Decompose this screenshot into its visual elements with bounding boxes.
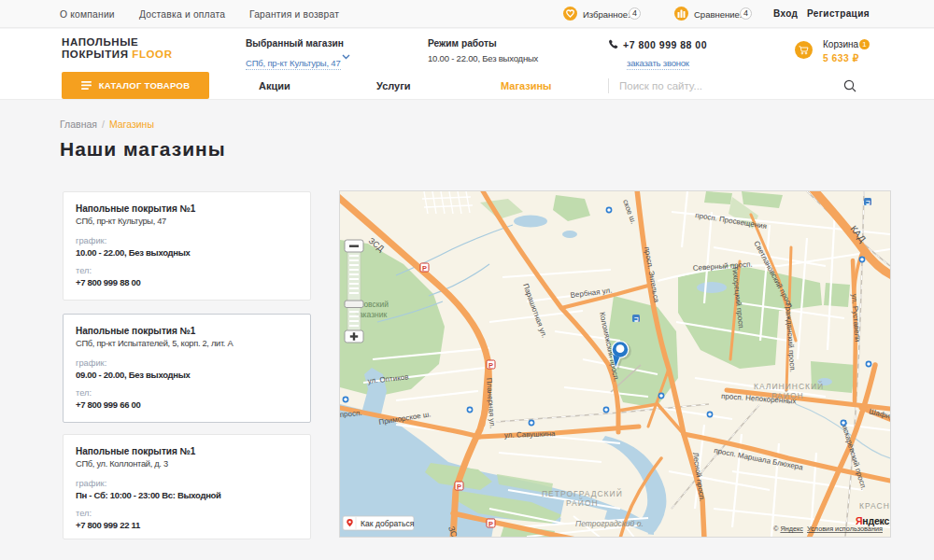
- svg-text:Петроградский о.: Петроградский о.: [575, 519, 644, 528]
- svg-text:⊒: ⊒: [866, 200, 870, 205]
- svg-text:P: P: [488, 520, 493, 528]
- svg-text:© Яндекс: © Яндекс: [773, 525, 803, 533]
- svg-text:P: P: [422, 264, 427, 273]
- svg-text:ул. Савушкина: ул. Савушкина: [504, 429, 556, 440]
- svg-text:РАЙОН: РАЙОН: [771, 390, 804, 400]
- svg-text:Условия использования: Условия использования: [807, 525, 883, 533]
- svg-text:КРАСНО: КРАСНО: [859, 501, 890, 511]
- svg-text:КАЛИНИНСКИЙ: КАЛИНИНСКИЙ: [754, 381, 824, 391]
- svg-text:⊒: ⊒: [634, 316, 639, 322]
- svg-text:P: P: [457, 483, 461, 491]
- svg-text:ПЕТРОГРАДСКИЙ: ПЕТРОГРАДСКИЙ: [542, 488, 623, 498]
- svg-text:РАЙОН: РАЙОН: [566, 497, 599, 508]
- svg-text:Как добраться: Как добраться: [361, 519, 415, 528]
- svg-text:P: P: [488, 361, 493, 370]
